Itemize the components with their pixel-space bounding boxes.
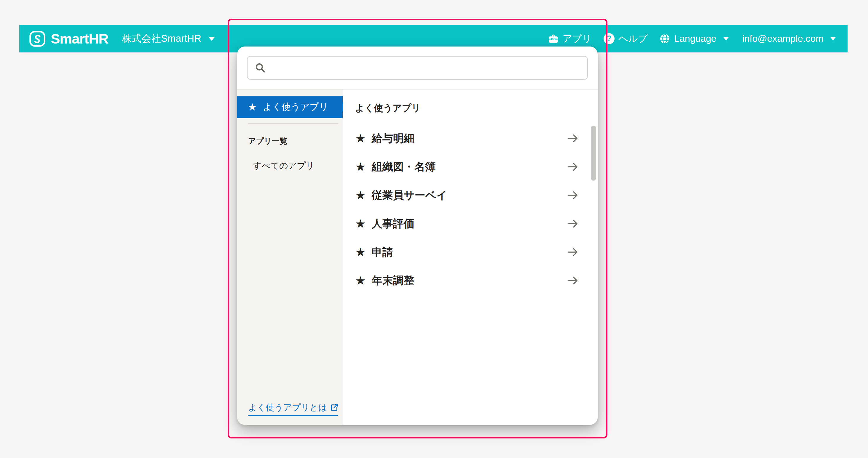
app-link-payslip[interactable]: ★ 給与明細 (355, 129, 598, 148)
favorite-apps-list: ★ 給与明細 ★ 組織図・名簿 ★ 従業員サーベイ (355, 129, 598, 290)
sidebar-item-all-apps[interactable]: すべてのアプリ (253, 160, 343, 172)
account-email: info@example.com (742, 33, 824, 44)
nav-apps-label: アプリ (563, 32, 592, 45)
star-icon: ★ (355, 161, 366, 173)
page: SmartHR 株式会社SmartHR アプリ ? ヘルプ (0, 0, 868, 458)
app-launcher-panel: ★ よく使うアプリ アプリ一覧 すべてのアプリ よく使うアプリとは (237, 46, 598, 425)
nav-help-link[interactable]: ? ヘルプ (603, 32, 647, 45)
star-icon: ★ (248, 102, 257, 112)
account-dropdown[interactable]: info@example.com (742, 33, 836, 44)
brand-name: SmartHR (51, 31, 108, 47)
star-icon: ★ (355, 132, 366, 144)
brand: SmartHR (29, 30, 108, 47)
arrow-right-icon (566, 246, 579, 259)
favorite-apps-help-link[interactable]: よく使うアプリとは (248, 402, 338, 416)
launcher-sidebar: ★ よく使うアプリ アプリ一覧 すべてのアプリ よく使うアプリとは (237, 90, 343, 425)
tab-favorite-apps[interactable]: ★ よく使うアプリ (237, 96, 343, 118)
header-nav: アプリ ? ヘルプ Language info@example.com (548, 32, 836, 45)
star-icon: ★ (355, 189, 366, 201)
arrow-right-icon (566, 217, 579, 230)
sidebar-spacer (237, 172, 343, 402)
app-link-year-end-adjustment[interactable]: ★ 年末調整 (355, 271, 598, 290)
star-icon: ★ (355, 246, 366, 258)
nav-language-label: Language (674, 33, 716, 44)
company-switcher[interactable]: 株式会社SmartHR (122, 32, 215, 45)
help-icon: ? (603, 33, 615, 44)
arrow-right-icon (566, 274, 579, 287)
briefcase-icon (548, 33, 559, 44)
scrollbar-thumb[interactable] (591, 126, 596, 181)
launcher-content: よく使うアプリ ★ 給与明細 ★ 組織図・名簿 ★ 従業員サーベイ (343, 90, 598, 425)
nav-apps-button[interactable]: アプリ (548, 32, 592, 45)
company-name: 株式会社SmartHR (122, 32, 201, 45)
star-icon: ★ (355, 218, 366, 230)
arrow-right-icon (566, 132, 579, 145)
about-link-row: よく使うアプリとは (248, 402, 343, 416)
smarthr-logo-icon (29, 30, 46, 47)
star-icon: ★ (355, 274, 366, 287)
tab-favorite-apps-label: よく使うアプリ (262, 101, 328, 113)
chevron-down-icon (830, 37, 836, 41)
arrow-right-icon (566, 160, 579, 173)
app-link-hr-evaluation[interactable]: ★ 人事評価 (355, 215, 598, 233)
sidebar-section-label: アプリ一覧 (248, 136, 343, 146)
nav-help-label: ヘルプ (618, 32, 647, 45)
content-heading: よく使うアプリ (355, 102, 598, 115)
search-input[interactable] (247, 56, 588, 80)
search-icon (255, 62, 266, 73)
chevron-down-icon (208, 37, 215, 41)
chevron-down-icon (723, 37, 729, 41)
external-link-icon (330, 403, 338, 412)
favorite-apps-help-label: よく使うアプリとは (248, 402, 327, 414)
arrow-right-icon (566, 189, 579, 202)
app-link-org-chart[interactable]: ★ 組織図・名簿 (355, 158, 598, 176)
launcher-search-area (237, 46, 598, 90)
app-link-requests[interactable]: ★ 申請 (355, 243, 598, 261)
app-link-employee-survey[interactable]: ★ 従業員サーベイ (355, 186, 598, 204)
nav-language-dropdown[interactable]: Language (659, 33, 728, 44)
sidebar-divider (248, 123, 338, 124)
globe-icon (659, 33, 670, 44)
